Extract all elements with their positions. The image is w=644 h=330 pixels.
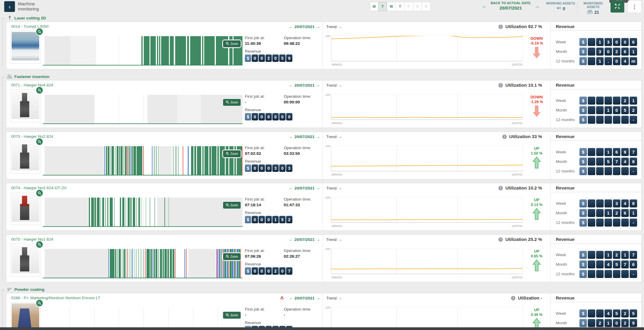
- machine-photo[interactable]: [10, 302, 40, 330]
- next-day-icon[interactable]: →: [316, 82, 320, 88]
- day-button-1[interactable]: T: [379, 2, 387, 11]
- digit-box: 2: [621, 97, 629, 105]
- magnifier-badge-icon[interactable]: [36, 86, 43, 94]
- timeline-segment: [122, 198, 125, 226]
- info-icon[interactable]: i: [511, 296, 515, 300]
- machine-name[interactable]: 0071 - Haeger No4 824: [11, 83, 53, 87]
- magnifier-badge-icon[interactable]: [36, 28, 43, 36]
- next-day-icon[interactable]: →: [316, 237, 320, 242]
- timeline-zoom-button[interactable]: Zoom: [222, 150, 241, 158]
- fullscreen-button[interactable]: [611, 1, 624, 13]
- digit-box: [588, 209, 595, 217]
- timeline-chart[interactable]: Zoom: [45, 198, 242, 226]
- magnifier-badge-icon[interactable]: [36, 241, 43, 248]
- magnifier-badge-icon[interactable]: [36, 138, 43, 146]
- trend-chart[interactable]: 100 19/04/21 12/07/21: [331, 36, 523, 61]
- next-day-icon[interactable]: →: [316, 185, 320, 190]
- trend-chart[interactable]: 100 19/04/21 12/07/21: [331, 248, 523, 274]
- timeline-segment: [150, 249, 152, 278]
- info-icon[interactable]: i: [498, 25, 503, 29]
- digit-box: 2: [613, 251, 620, 259]
- day-button-4[interactable]: F: [405, 2, 413, 11]
- timeline-segment: [159, 36, 161, 65]
- next-day-icon[interactable]: →: [316, 295, 320, 300]
- revenue-month-row: Month $21029: [556, 319, 637, 327]
- next-date-icon[interactable]: →: [535, 3, 540, 9]
- prev-day-icon[interactable]: ←: [289, 295, 293, 300]
- machine-name[interactable]: 0014 - Trumpf L3050: [11, 24, 48, 29]
- revenue-week-digits: $1697: [579, 148, 637, 156]
- trend-arrow: [526, 259, 547, 273]
- machine-name[interactable]: 0075 - Haeger No1 824: [11, 237, 53, 242]
- trend-chart[interactable]: 100 19/04/21 12/07/21: [331, 307, 523, 330]
- prev-day-icon[interactable]: ←: [289, 134, 293, 139]
- trend-header[interactable]: Trend →: [326, 24, 342, 29]
- info-icon[interactable]: i: [498, 237, 503, 242]
- revenue-12-months-row: 12 months $-: [556, 219, 637, 227]
- info-icon[interactable]: i: [498, 83, 503, 88]
- digit-box: [596, 158, 604, 166]
- back-to-actual-date-button[interactable]: BACK TO ACTUAL DATE 20/07/2021: [488, 1, 533, 10]
- trend-change-value: 0.49 %: [526, 313, 547, 317]
- back-button[interactable]: ‹: [4, 1, 15, 12]
- day-button-6[interactable]: S: [422, 2, 431, 11]
- machine-photo[interactable]: [10, 141, 40, 174]
- machine-photo[interactable]: [10, 244, 40, 276]
- digit-box: 5: [605, 158, 612, 166]
- timeline-zoom-button[interactable]: Zoom: [222, 40, 241, 48]
- prev-day-icon[interactable]: ←: [289, 185, 293, 190]
- trend-header[interactable]: Trend →: [326, 295, 342, 300]
- prev-day-icon[interactable]: ←: [289, 237, 293, 242]
- machine-photo[interactable]: [10, 31, 40, 64]
- day-button-0[interactable]: M: [370, 2, 379, 11]
- trend-header[interactable]: Trend →: [326, 134, 342, 139]
- prev-day-icon[interactable]: ←: [289, 24, 293, 29]
- trend-header[interactable]: Trend →: [326, 185, 342, 190]
- info-icon[interactable]: i: [498, 186, 503, 190]
- next-day-icon[interactable]: →: [316, 134, 320, 139]
- revenue-counter: $000152: [245, 216, 292, 223]
- trend-chart[interactable]: 100 19/04/21 12/07/21: [331, 197, 523, 223]
- digit-box: 0: [272, 113, 279, 120]
- prev-date-icon[interactable]: ←: [482, 3, 487, 9]
- machine-name[interactable]: 0268 - P.I. Marketing/Nordson Nordson En…: [11, 296, 100, 300]
- trend-chart[interactable]: 100 19/04/21 12/07/21: [331, 146, 523, 171]
- digit-box: [596, 260, 604, 268]
- timeline-segment: [125, 146, 127, 175]
- menu-button[interactable]: ⋮: [628, 1, 641, 13]
- day-button-5[interactable]: S: [413, 2, 422, 11]
- timeline-chart[interactable]: Zoom: [45, 249, 242, 278]
- prev-day-icon[interactable]: ←: [289, 82, 293, 88]
- timeline-chart[interactable]: Zoom: [45, 146, 242, 175]
- machine-name[interactable]: 0073 - Haeger No2 824: [11, 134, 53, 139]
- timeline-zoom-button[interactable]: Zoom: [222, 253, 241, 261]
- trend-header[interactable]: Trend →: [326, 82, 342, 88]
- page-title: Machine monitoring: [18, 1, 57, 11]
- info-icon[interactable]: i: [502, 135, 507, 139]
- magnifier-badge-icon[interactable]: [36, 189, 43, 197]
- timeline-chart[interactable]: Zoom: [45, 95, 242, 123]
- next-day-icon[interactable]: →: [316, 24, 320, 29]
- trend-header[interactable]: Trend →: [326, 237, 342, 242]
- timeline-chart[interactable]: Zoom: [45, 36, 242, 65]
- trend-chart[interactable]: 100 19/04/21 12/07/21: [331, 94, 523, 120]
- section-0: →Laser cutting 2D 0014 - Trumpf L3050 ← …: [0, 14, 644, 69]
- timeline-zoom-button[interactable]: Zoom: [222, 98, 241, 106]
- day-button-2[interactable]: W: [387, 2, 396, 11]
- machine-photo[interactable]: [10, 192, 40, 225]
- digit-box: [613, 270, 620, 278]
- digit-box: [588, 38, 595, 46]
- digit-box: 2: [613, 48, 620, 56]
- month-label: Month: [556, 262, 567, 267]
- machine-photo[interactable]: [10, 89, 40, 122]
- timeline-segment: [120, 198, 121, 226]
- magnifier-badge-icon[interactable]: [36, 299, 43, 307]
- timeline-zoom-button[interactable]: Zoom: [222, 201, 241, 209]
- day-button-3[interactable]: T: [396, 2, 405, 11]
- card-date: 20/07/2021: [294, 83, 316, 88]
- divider: [550, 80, 551, 128]
- trend-header-label: Trend: [326, 25, 337, 29]
- timeline-zoom-button[interactable]: Zoom: [222, 311, 241, 319]
- y-axis-tick-100: 100: [323, 306, 330, 309]
- timeline-chart[interactable]: Zoom: [45, 308, 242, 330]
